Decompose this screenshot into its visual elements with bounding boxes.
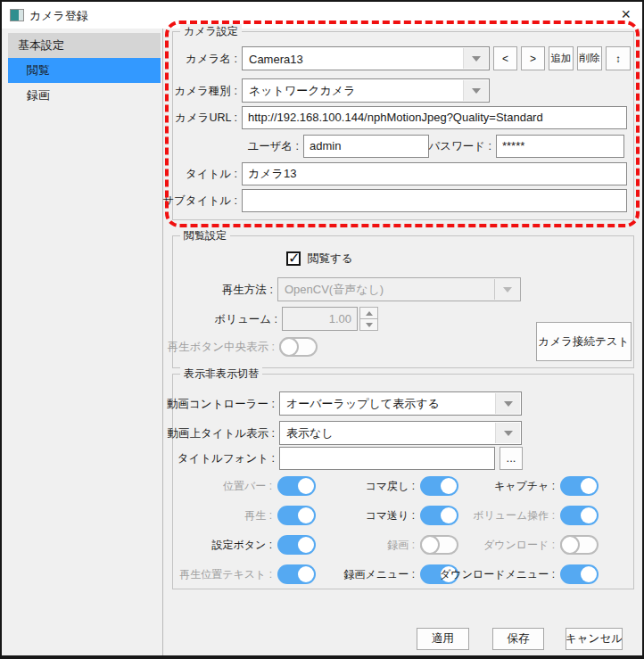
- download-menu-toggle[interactable]: [560, 564, 599, 584]
- camera-type-select[interactable]: ネットワークカメラ: [242, 78, 490, 103]
- visibility-toggle-grid: 位置バー : コマ戻し : キャプチャ : 再生 : コマ送り : ボリューム操…: [173, 476, 599, 584]
- volume-input: [282, 307, 358, 331]
- username-label: ユーザ名 :: [247, 138, 299, 153]
- toggle-cell-frame-forward: コマ送り :: [316, 506, 458, 525]
- toggle-cell-frame-back: コマ戻し :: [316, 476, 458, 496]
- prev-camera-button[interactable]: <: [493, 46, 517, 70]
- chevron-down-icon: [495, 423, 520, 443]
- frame-back-label: コマ戻し :: [365, 479, 415, 494]
- view-settings-legend: 閲覧設定: [180, 228, 230, 243]
- toggle-cell-position-bar: 位置バー :: [173, 476, 316, 496]
- spinner-down-icon[interactable]: [359, 318, 378, 331]
- toggle-cell-settings-button: 設定ボタン :: [173, 535, 316, 555]
- sidebar-separator: [162, 29, 163, 657]
- title-bar: カメラ登録 ×: [2, 2, 642, 29]
- play-button-center-toggle[interactable]: [279, 337, 318, 357]
- video-title-display-select[interactable]: 表示なし: [279, 421, 522, 445]
- view-settings-group: 閲覧設定 閲覧する 再生方法 : OpenCV(音声なし) ボリューム : 再生…: [172, 235, 634, 368]
- save-button[interactable]: 保存: [492, 628, 544, 650]
- password-label: パスワード :: [428, 138, 491, 153]
- view-enable-label: 閲覧する: [308, 251, 353, 267]
- chevron-down-icon: [463, 48, 488, 69]
- play-position-text-toggle[interactable]: [277, 564, 316, 584]
- title-font-browse-button[interactable]: ...: [500, 447, 523, 470]
- camera-type-value: ネットワークカメラ: [249, 83, 355, 99]
- sidebar-item-view[interactable]: 閲覧: [8, 58, 161, 83]
- camera-type-label: カメラ種別 :: [175, 83, 237, 98]
- subtitle-label: サブタイトル :: [162, 193, 237, 208]
- video-controller-value: オーバーラップして表示する: [286, 396, 440, 412]
- apply-button[interactable]: 適用: [417, 628, 469, 650]
- video-controller-label: 動画コントローラー :: [167, 396, 275, 411]
- toggle-cell-download-menu: ダウンロードメニュー :: [458, 564, 599, 584]
- volume-spinner: [359, 307, 378, 331]
- video-title-display-value: 表示なし: [286, 425, 334, 441]
- reorder-camera-button[interactable]: ↕: [606, 46, 631, 70]
- camera-settings-legend: カメラ設定: [180, 24, 242, 39]
- capture-label: キャプチャ :: [494, 479, 555, 494]
- play-label: 再生 :: [244, 508, 272, 523]
- playback-method-label: 再生方法 :: [222, 282, 273, 297]
- spinner-up-icon[interactable]: [359, 307, 378, 319]
- subtitle-input[interactable]: [242, 189, 627, 212]
- toggle-cell-volume-control: ボリューム操作 :: [458, 506, 599, 525]
- cancel-button[interactable]: キャンセル: [566, 628, 623, 650]
- position-bar-toggle[interactable]: [277, 476, 316, 496]
- playback-method-select: OpenCV(音声なし): [277, 277, 521, 301]
- title-input[interactable]: [242, 162, 627, 185]
- chevron-down-icon: [463, 80, 488, 101]
- download-label: ダウンロード :: [483, 538, 555, 553]
- camera-name-select[interactable]: Camera13: [242, 46, 490, 70]
- record-menu-label: 録画メニュー :: [343, 567, 415, 582]
- toggle-cell-capture: キャプチャ :: [458, 476, 599, 496]
- record-toggle[interactable]: [420, 535, 458, 555]
- playback-method-value: OpenCV(音声なし): [285, 282, 384, 298]
- visibility-settings-group: 表示非表示切替 動画コントローラー : オーバーラップして表示する 動画上タイト…: [172, 374, 634, 589]
- video-title-display-label: 動画上タイトル表示 :: [167, 425, 275, 441]
- frame-back-toggle[interactable]: [420, 476, 458, 496]
- settings-button-label: 設定ボタン :: [211, 538, 272, 553]
- password-input[interactable]: [496, 135, 624, 158]
- delete-camera-button[interactable]: 削除: [577, 46, 602, 70]
- toggle-cell-record-menu: 録画メニュー :: [316, 564, 458, 584]
- capture-toggle[interactable]: [560, 476, 599, 496]
- camera-name-label: カメラ名 :: [186, 51, 237, 66]
- play-toggle[interactable]: [277, 506, 316, 525]
- camera-url-input[interactable]: [242, 106, 627, 129]
- window-title: カメラ登録: [29, 8, 88, 24]
- download-menu-label: ダウンロードメニュー :: [440, 567, 555, 582]
- volume-control-toggle[interactable]: [560, 506, 599, 525]
- record-label: 録画 :: [387, 538, 415, 553]
- camera-registration-dialog: カメラ登録 × 基本設定 閲覧 録画 カメラ設定 カメラ名 : Camera13…: [0, 0, 644, 659]
- window-icon: [10, 9, 24, 21]
- position-bar-label: 位置バー :: [223, 479, 272, 494]
- close-icon[interactable]: ×: [621, 4, 631, 24]
- sidebar-item-basic-settings[interactable]: 基本設定: [8, 33, 161, 58]
- camera-url-label: カメラURL :: [175, 110, 237, 125]
- frame-forward-toggle[interactable]: [420, 506, 458, 525]
- volume-control-label: ボリューム操作 :: [473, 508, 555, 523]
- toggle-cell-play: 再生 :: [173, 506, 316, 525]
- play-button-center-label: 再生ボタン中央表示 :: [168, 340, 275, 355]
- next-camera-button[interactable]: >: [521, 46, 545, 70]
- toggle-cell-download: ダウンロード :: [458, 535, 599, 555]
- title-label: タイトル :: [186, 166, 237, 181]
- title-font-input[interactable]: [279, 447, 495, 470]
- username-input[interactable]: [303, 135, 429, 158]
- play-position-text-label: 再生位置テキスト :: [179, 567, 272, 582]
- sidebar-item-record[interactable]: 録画: [8, 83, 161, 108]
- toggle-cell-record: 録画 :: [316, 535, 458, 555]
- frame-forward-label: コマ送り :: [365, 508, 415, 523]
- video-controller-select[interactable]: オーバーラップして表示する: [279, 391, 522, 416]
- camera-settings-group: カメラ設定 カメラ名 : Camera13 < > 追加 削除 ↕ カメラ種別 …: [172, 31, 634, 220]
- chevron-down-icon: [494, 279, 519, 300]
- toggle-cell-play-position-text: 再生位置テキスト :: [173, 564, 316, 584]
- camera-connection-test-button[interactable]: カメラ接続テスト: [536, 322, 632, 361]
- add-camera-button[interactable]: 追加: [549, 46, 574, 70]
- chevron-down-icon: [495, 393, 520, 414]
- volume-label: ボリューム :: [214, 311, 277, 326]
- download-toggle[interactable]: [560, 535, 599, 555]
- camera-name-value: Camera13: [249, 52, 303, 65]
- view-enable-checkbox[interactable]: [286, 251, 301, 266]
- settings-button-toggle[interactable]: [277, 535, 316, 555]
